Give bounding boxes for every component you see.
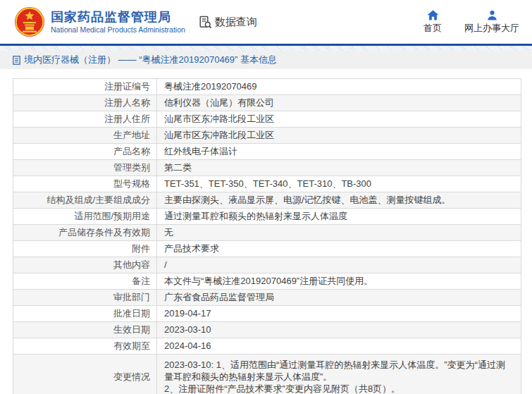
- table-row: 注册人住所汕尾市区东冲路北段工业区: [13, 111, 521, 128]
- row-value: /: [157, 257, 521, 273]
- table-row: 附件产品技术要求: [13, 241, 521, 257]
- data-query-label: 数据查询: [215, 16, 257, 29]
- home-icon: [427, 10, 439, 20]
- row-label: 有效期至: [13, 338, 157, 354]
- row-value: 通过测量耳腔和额头的热辐射来显示人体温度: [157, 209, 521, 224]
- row-label: 备注: [13, 273, 157, 289]
- table-row: 结构及组成/主要组成成分主要由探测头、液晶显示屏、电源/记忆按键、电池盖、测量按…: [13, 192, 521, 209]
- row-value: 无: [157, 225, 521, 240]
- header: 国家药品监督管理局 National Medical Products Admi…: [0, 0, 532, 44]
- table-row: 审批部门广东省食品药品监督管理局: [13, 290, 521, 306]
- row-label: 型号规格: [13, 176, 157, 192]
- row-value: 信利仪器（汕尾）有限公司: [157, 95, 521, 111]
- row-value: 粤械注准20192070469: [157, 79, 521, 94]
- breadcrumb-text: 境内医疗器械（注册） —— “粤械注准20192070469” 基本信息: [24, 54, 277, 66]
- data-query-button[interactable]: 数据查询: [198, 15, 257, 29]
- row-label: 注册人名称: [13, 95, 157, 111]
- table-row: 生产地址汕尾市区东冲路北段工业区: [13, 128, 521, 144]
- row-label: 生效日期: [13, 322, 157, 338]
- row-value: 汕尾市区东冲路北段工业区: [157, 111, 521, 127]
- row-value: 汕尾市区东冲路北段工业区: [157, 128, 521, 143]
- table-row: 管理类别第二类: [13, 160, 521, 176]
- main-content: 注册证编号粤械注准20192070469注册人名称信利仪器（汕尾）有限公司注册人…: [0, 69, 532, 394]
- row-value: 2023-03-10: 1、适用范围由“通过测量耳腔的热辐射来显示人体温度。”变…: [157, 355, 521, 394]
- nav-home[interactable]: 首页: [423, 10, 442, 35]
- nav-service-hall-label: 网上办事大厅: [464, 22, 519, 35]
- table-row: 生效日期2023-03-10: [13, 322, 521, 338]
- hatch-band: [0, 46, 532, 51]
- row-label: 注册证编号: [13, 79, 157, 94]
- row-label: 附件: [13, 241, 157, 257]
- row-value: 广东省食品药品监督管理局: [157, 290, 521, 305]
- row-label: 产品名称: [13, 144, 157, 159]
- row-label: 注册人住所: [13, 111, 157, 127]
- table-row: 产品名称红外线电子体温计: [13, 144, 521, 160]
- row-label: 产品储存条件及有效期: [13, 225, 157, 240]
- row-label: 审批部门: [13, 290, 157, 305]
- table-row: 其他内容/: [13, 257, 521, 273]
- page-icon: [13, 56, 20, 65]
- row-value: TET-351、TET-350、TET-340、TET-310、TB-300: [157, 176, 521, 192]
- row-label: 管理类别: [13, 160, 157, 176]
- row-label: 适用范围/预期用途: [13, 209, 157, 224]
- row-value: 红外线电子体温计: [157, 144, 521, 159]
- header-nav: 首页 网上办事大厅: [423, 10, 519, 35]
- table-row: 变更情况2023-03-10: 1、适用范围由“通过测量耳腔的热辐射来显示人体温…: [13, 355, 521, 394]
- national-emblem-icon: [14, 6, 45, 37]
- info-table: 注册证编号粤械注准20192070469注册人名称信利仪器（汕尾）有限公司注册人…: [13, 78, 521, 394]
- user-icon: [487, 10, 497, 20]
- table-row: 备注本文件与“粤械注准20192070469”注册证共同使用。: [13, 273, 521, 290]
- row-value: 2019-04-17: [157, 306, 521, 321]
- table-row: 产品储存条件及有效期无: [13, 225, 521, 241]
- org-name-en: National Medical Products Administration: [51, 25, 185, 34]
- table-row: 适用范围/预期用途通过测量耳腔和额头的热辐射来显示人体温度: [13, 209, 521, 225]
- row-value: 第二类: [157, 160, 521, 176]
- row-label: 批准日期: [13, 306, 157, 321]
- table-row: 注册人名称信利仪器（汕尾）有限公司: [13, 95, 521, 111]
- row-label: 生产地址: [13, 128, 157, 143]
- nav-home-label: 首页: [423, 22, 442, 35]
- row-label: 变更情况: [13, 355, 157, 394]
- row-value: 主要由探测头、液晶显示屏、电源/记忆按键、电池盖、测量按键组成。: [157, 192, 521, 208]
- table-rows: 注册证编号粤械注准20192070469注册人名称信利仪器（汕尾）有限公司注册人…: [13, 79, 521, 394]
- row-value: 本文件与“粤械注准20192070469”注册证共同使用。: [157, 273, 521, 289]
- row-label: 其他内容: [13, 257, 157, 273]
- breadcrumb: 境内医疗器械（注册） —— “粤械注准20192070469” 基本信息: [0, 51, 532, 69]
- row-value: 产品技术要求: [157, 241, 521, 257]
- row-value: 2023-03-10: [157, 322, 521, 338]
- org-title-block: 国家药品监督管理局 National Medical Products Admi…: [51, 10, 185, 35]
- table-row: 批准日期2019-04-17: [13, 306, 521, 322]
- row-value: 2024-04-16: [157, 338, 521, 354]
- table-row: 型号规格TET-351、TET-350、TET-340、TET-310、TB-3…: [13, 176, 521, 192]
- table-row: 注册证编号粤械注准20192070469: [13, 79, 521, 95]
- nav-service-hall[interactable]: 网上办事大厅: [464, 10, 519, 35]
- row-label: 结构及组成/主要组成成分: [13, 192, 157, 208]
- table-row: 有效期至2024-04-16: [13, 338, 521, 355]
- org-name-cn: 国家药品监督管理局: [51, 10, 185, 25]
- document-search-icon: [198, 15, 212, 29]
